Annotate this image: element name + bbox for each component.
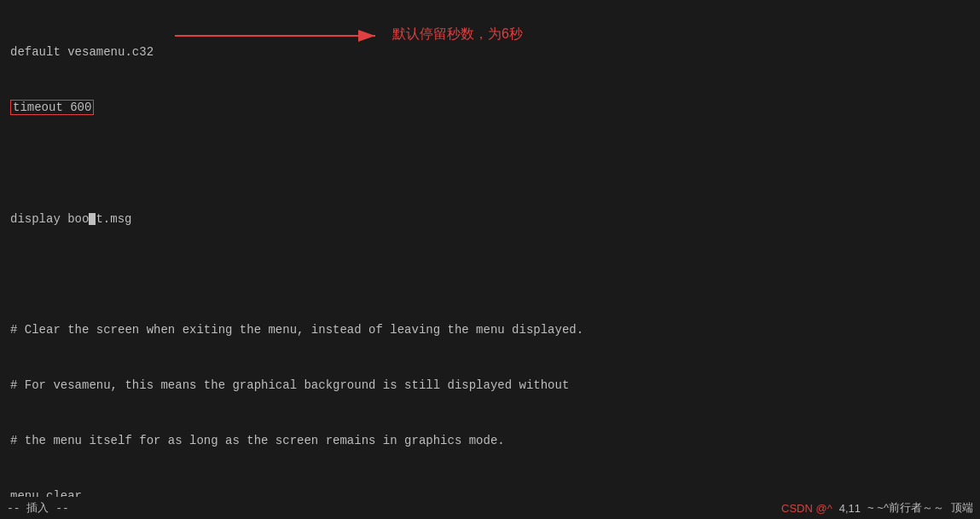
line-7: # For vesamenu, this means the graphical… <box>10 377 970 395</box>
cursor-position: 4,11 <box>839 502 861 515</box>
terminal: default vesamenu.c32 timeout 600 display… <box>0 0 980 519</box>
line-1: default vesamenu.c32 <box>10 43 970 62</box>
status-right: CSDN @^ 4,11 ~ ~^前行者～～ 顶端 <box>781 500 973 516</box>
timeout-highlight: timeout 600 <box>10 100 94 115</box>
cursor <box>89 213 96 225</box>
top-label: 顶端 <box>951 500 973 516</box>
line-4: display boot.msg <box>10 210 970 229</box>
line-5 <box>10 266 970 285</box>
line-8: # the menu itself for as long as the scr… <box>10 432 970 451</box>
csdn-label: CSDN @^ <box>781 502 832 515</box>
line-3 <box>10 155 970 174</box>
status-insert: -- 插入 -- <box>7 500 69 516</box>
status-bar: -- 插入 -- CSDN @^ 4,11 ~ ~^前行者～～ 顶端 <box>0 497 980 519</box>
user-label: ~ ~^前行者～～ <box>867 500 944 516</box>
code-content: default vesamenu.c32 timeout 600 display… <box>10 7 970 519</box>
line-6: # Clear the screen when exiting the menu… <box>10 321 970 340</box>
line-2: timeout 600 <box>10 99 970 118</box>
